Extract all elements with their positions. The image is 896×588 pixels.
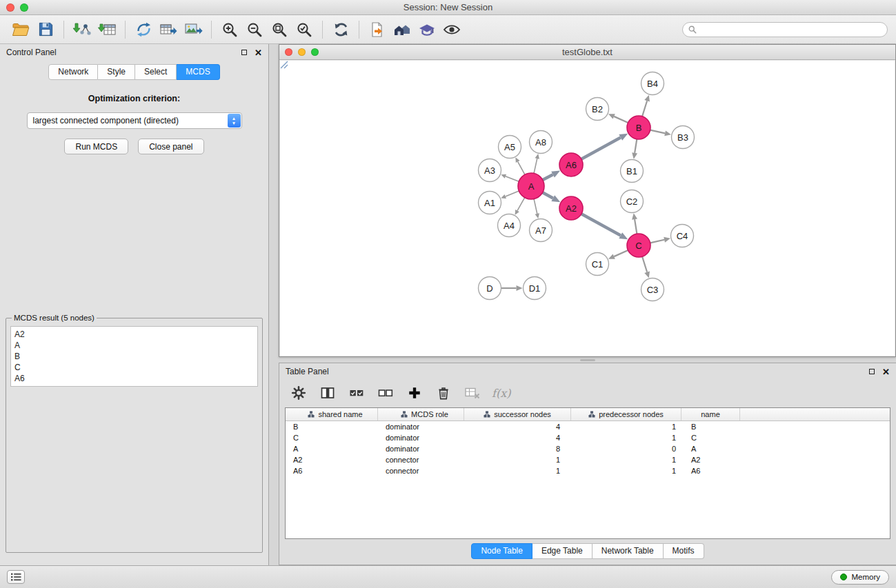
- table-row[interactable]: A6connector11A6: [286, 465, 890, 476]
- delete-rows-trash-icon[interactable]: [434, 383, 453, 403]
- apply-preferred-layout-icon[interactable]: [328, 19, 353, 41]
- table-cell: dominator: [378, 423, 464, 431]
- cytoscape-academy-icon[interactable]: [415, 19, 439, 41]
- table-cell: C: [286, 434, 378, 442]
- memory-button[interactable]: Memory: [831, 570, 889, 585]
- table-settings-gear-icon[interactable]: [289, 383, 308, 403]
- import-network-from-file-icon[interactable]: [70, 19, 94, 41]
- select-all-rows-icon[interactable]: [347, 383, 366, 403]
- save-session-icon[interactable]: [33, 19, 58, 41]
- import-table-from-file-icon[interactable]: [94, 19, 119, 41]
- close-panel-button[interactable]: Close panel: [138, 139, 203, 154]
- column-type-icon: [588, 411, 595, 418]
- mcds-result-fieldset: MCDS result (5 nodes) A2ABCA6: [6, 314, 263, 553]
- tab-select[interactable]: Select: [135, 64, 177, 80]
- right-column: testGlobe.txt B4B2BB3A5A8A6A3B1AC2A1A2A4…: [269, 44, 896, 565]
- zoom-out-icon[interactable]: [242, 19, 267, 41]
- open-getting-started-icon[interactable]: [365, 19, 390, 41]
- mcds-result-item[interactable]: B: [14, 351, 254, 362]
- mcds-result-item[interactable]: A: [14, 340, 254, 351]
- network-view-window: testGlobe.txt B4B2BB3A5A8A6A3B1AC2A1A2A4…: [279, 44, 896, 357]
- search-field[interactable]: [682, 22, 888, 37]
- network-minimize-icon[interactable]: [298, 48, 306, 56]
- network-canvas[interactable]: B4B2BB3A5A8A6A3B1AC2A1A2A4A7C4CC1C3DD1: [280, 61, 895, 356]
- column-label: successor nodes: [494, 410, 551, 418]
- column-header-shared-name[interactable]: shared name: [286, 408, 378, 420]
- cytoscape-home-icon[interactable]: [390, 19, 415, 41]
- horizontal-splitter[interactable]: [279, 357, 896, 363]
- mcds-result-item[interactable]: A6: [14, 373, 254, 384]
- control-panel-title: Control Panel: [6, 48, 57, 57]
- tab-node-table[interactable]: Node Table: [471, 543, 532, 559]
- main-toolbar: [0, 15, 896, 44]
- mcds-result-item[interactable]: C: [14, 362, 254, 373]
- zoom-window-icon[interactable]: [20, 3, 28, 12]
- network-zoom-icon[interactable]: [311, 48, 319, 56]
- delete-table-icon[interactable]: [463, 383, 482, 403]
- memory-label: Memory: [851, 573, 880, 581]
- toolbar-separator: [359, 21, 359, 39]
- float-table-panel-icon[interactable]: [869, 369, 875, 374]
- export-image-icon[interactable]: [181, 19, 206, 41]
- column-header-name[interactable]: name: [681, 408, 740, 420]
- main-area: Control Panel ✕ Network Style Select MCD…: [0, 44, 896, 565]
- tab-style[interactable]: Style: [98, 64, 135, 80]
- table-cell: A2: [681, 456, 740, 464]
- control-panel: Control Panel ✕ Network Style Select MCD…: [0, 44, 269, 565]
- show-columns-icon[interactable]: [318, 383, 337, 403]
- table-row[interactable]: A2connector11A2: [286, 454, 890, 465]
- close-window-icon[interactable]: [6, 3, 14, 12]
- export-network-icon[interactable]: [156, 19, 181, 41]
- run-mcds-button[interactable]: Run MCDS: [64, 139, 128, 154]
- zoom-fit-content-icon[interactable]: [267, 19, 292, 41]
- table-tabs: Node Table Edge Table Network Table Moti…: [279, 543, 896, 559]
- window-title: Session: New Session: [0, 2, 896, 12]
- table-cell: 1: [571, 434, 681, 442]
- table-cell: 0: [571, 445, 681, 453]
- function-builder-icon[interactable]: f(x): [492, 383, 510, 403]
- control-panel-tabs: Network Style Select MCDS: [0, 64, 268, 80]
- zoom-selected-icon[interactable]: [292, 19, 317, 41]
- mcds-result-list[interactable]: A2ABCA6: [10, 326, 258, 387]
- column-label: shared name: [318, 410, 362, 418]
- table-toolbar: f(x): [279, 380, 896, 406]
- table-cell: connector: [378, 467, 464, 475]
- zoom-in-icon[interactable]: [217, 19, 242, 41]
- table-row[interactable]: Bdominator41B: [286, 421, 890, 432]
- table-row[interactable]: Adominator80A: [286, 443, 890, 454]
- tab-network-table[interactable]: Network Table: [593, 543, 664, 559]
- table-cell: A: [286, 445, 378, 453]
- tab-network[interactable]: Network: [48, 64, 98, 80]
- tab-mcds[interactable]: MCDS: [177, 64, 219, 80]
- show-graphics-details-icon[interactable]: [439, 19, 464, 41]
- status-bar: Memory: [0, 565, 896, 588]
- table-panel-title: Table Panel: [286, 367, 329, 376]
- node-table: shared name MCDS role successor nodes: [285, 407, 890, 539]
- mcds-result-item[interactable]: A2: [14, 329, 254, 340]
- resize-handle-icon[interactable]: [280, 61, 895, 356]
- tab-edge-table[interactable]: Edge Table: [532, 543, 593, 559]
- table-cell: connector: [378, 456, 464, 464]
- network-close-icon[interactable]: [285, 48, 292, 56]
- column-header-predecessor-nodes[interactable]: predecessor nodes: [571, 408, 681, 420]
- table-cell: A: [681, 445, 740, 453]
- task-history-button[interactable]: [7, 570, 25, 584]
- column-header-successor-nodes[interactable]: successor nodes: [464, 408, 571, 420]
- application-window: Session: New Session: [0, 0, 896, 588]
- table-cell: A6: [286, 467, 378, 475]
- new-network-icon[interactable]: [131, 19, 156, 41]
- float-panel-icon[interactable]: [241, 50, 247, 55]
- table-row[interactable]: Cdominator41C: [286, 432, 890, 443]
- table-cell: 4: [464, 423, 571, 431]
- close-panel-icon[interactable]: ✕: [255, 48, 262, 57]
- add-row-icon[interactable]: [405, 383, 424, 403]
- column-header-mcds-role[interactable]: MCDS role: [378, 408, 464, 420]
- close-table-panel-icon[interactable]: ✕: [882, 367, 890, 376]
- criterion-dropdown[interactable]: largest connected component (directed) ▲…: [27, 112, 242, 129]
- open-session-icon[interactable]: [8, 19, 33, 41]
- deselect-all-rows-icon[interactable]: [376, 383, 395, 403]
- table-cell: B: [681, 423, 740, 431]
- search-input[interactable]: [700, 25, 882, 34]
- tab-motifs[interactable]: Motifs: [664, 543, 704, 559]
- search-icon: [688, 26, 697, 34]
